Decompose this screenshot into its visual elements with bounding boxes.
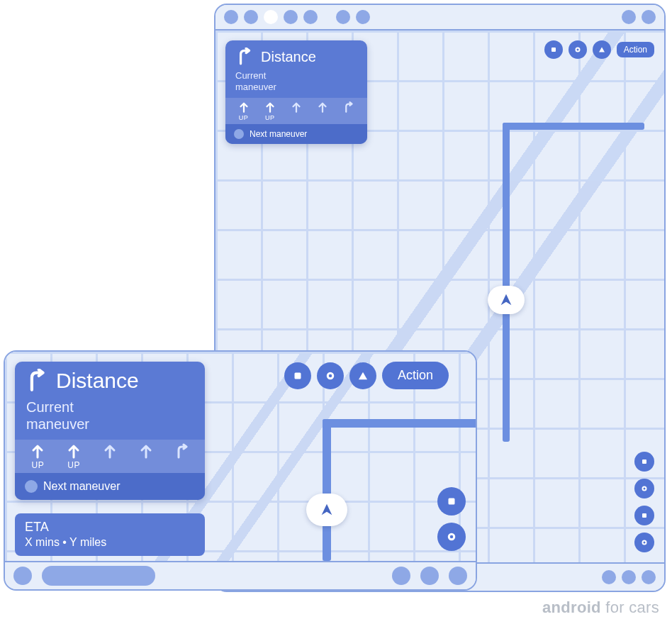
map-canvas[interactable]: Distance Current maneuver UP UP bbox=[5, 352, 476, 561]
lane bbox=[337, 101, 362, 121]
nav-dot[interactable] bbox=[622, 570, 636, 584]
nav-distance: Distance bbox=[261, 49, 316, 65]
route-segment bbox=[323, 419, 331, 561]
status-dot bbox=[622, 10, 636, 24]
map-side-button[interactable] bbox=[634, 479, 654, 498]
turn-right-icon bbox=[342, 101, 355, 113]
lane bbox=[164, 442, 199, 470]
navigation-card: Distance Current maneuver UP UP bbox=[225, 40, 367, 144]
next-maneuver-icon bbox=[25, 480, 38, 493]
lane: UP bbox=[21, 442, 55, 470]
lane bbox=[310, 101, 335, 121]
map-action-button[interactable] bbox=[349, 362, 376, 389]
map-action-strip: Action bbox=[544, 40, 654, 59]
lane-guidance: UP UP bbox=[15, 440, 205, 473]
current-maneuver-label: Current maneuver bbox=[225, 67, 367, 98]
location-arrow-icon bbox=[498, 292, 514, 308]
map-action-chip[interactable]: Action bbox=[382, 362, 449, 389]
map-side-cluster bbox=[634, 452, 654, 552]
map-action-chip[interactable]: Action bbox=[617, 42, 654, 57]
status-dot bbox=[336, 10, 350, 24]
navigation-card: Distance Current maneuver UP UP bbox=[15, 362, 205, 500]
eta-detail: X mins • Y miles bbox=[25, 535, 195, 550]
current-maneuver-label: Current maneuver bbox=[15, 394, 205, 440]
system-nav-bar bbox=[5, 561, 476, 589]
turn-right-icon bbox=[235, 48, 254, 66]
map-action-button[interactable] bbox=[544, 40, 563, 59]
arrow-up-icon bbox=[29, 442, 46, 459]
map-action-button[interactable] bbox=[569, 40, 587, 59]
lane-guidance: UP UP bbox=[225, 98, 367, 124]
eta-card: ETA X mins • Y miles bbox=[15, 513, 205, 556]
location-arrow-icon bbox=[319, 502, 335, 518]
nav-dot[interactable] bbox=[392, 567, 410, 585]
status-dot bbox=[284, 10, 298, 24]
device-landscape: Distance Current maneuver UP UP bbox=[4, 350, 477, 591]
next-maneuver-label: Next maneuver bbox=[43, 480, 121, 493]
map-action-button[interactable] bbox=[284, 362, 311, 389]
turn-right-icon bbox=[25, 369, 49, 393]
status-dot bbox=[244, 10, 258, 24]
route-segment bbox=[503, 123, 644, 130]
current-location-marker bbox=[488, 286, 525, 314]
next-maneuver-row: Next maneuver bbox=[225, 124, 367, 144]
map-side-button[interactable] bbox=[437, 523, 466, 551]
arrow-up-icon bbox=[65, 442, 82, 459]
lane: UP bbox=[57, 442, 91, 470]
status-dot bbox=[224, 10, 238, 24]
map-side-button[interactable] bbox=[634, 452, 654, 472]
map-action-button[interactable] bbox=[593, 40, 611, 59]
eta-title: ETA bbox=[25, 519, 195, 535]
status-dot bbox=[642, 10, 656, 24]
nav-pill[interactable] bbox=[42, 566, 155, 586]
turn-right-icon bbox=[174, 442, 191, 459]
arrow-up-icon bbox=[237, 101, 250, 113]
arrow-up-icon bbox=[264, 101, 276, 113]
status-bar bbox=[215, 5, 664, 30]
status-dot-active bbox=[264, 10, 278, 24]
map-action-strip: Action bbox=[284, 362, 449, 389]
next-maneuver-label: Next maneuver bbox=[250, 129, 307, 139]
route-segment bbox=[323, 419, 476, 428]
lane bbox=[93, 442, 128, 470]
brand-watermark: android for cars bbox=[542, 598, 659, 617]
lane bbox=[128, 442, 163, 470]
current-location-marker bbox=[306, 494, 347, 526]
nav-dot[interactable] bbox=[642, 570, 656, 584]
nav-dot[interactable] bbox=[13, 567, 32, 585]
lane bbox=[284, 101, 308, 121]
map-side-button[interactable] bbox=[634, 506, 654, 525]
status-dot bbox=[356, 10, 370, 24]
next-maneuver-icon bbox=[234, 129, 244, 139]
lane: UP bbox=[231, 101, 256, 121]
map-side-button[interactable] bbox=[634, 533, 654, 552]
map-action-button[interactable] bbox=[317, 362, 344, 389]
next-maneuver-row: Next maneuver bbox=[15, 473, 205, 500]
status-dot bbox=[303, 10, 318, 24]
nav-distance: Distance bbox=[56, 369, 139, 393]
map-side-button[interactable] bbox=[437, 487, 466, 516]
map-side-cluster bbox=[437, 487, 466, 551]
arrow-up-icon bbox=[101, 442, 118, 459]
arrow-up-icon bbox=[316, 101, 329, 113]
nav-dot[interactable] bbox=[420, 567, 439, 585]
nav-dot[interactable] bbox=[602, 570, 616, 584]
nav-dot[interactable] bbox=[449, 567, 467, 585]
lane: UP bbox=[257, 101, 282, 121]
arrow-up-icon bbox=[138, 442, 155, 459]
route-segment bbox=[503, 123, 510, 442]
arrow-up-icon bbox=[290, 101, 303, 113]
